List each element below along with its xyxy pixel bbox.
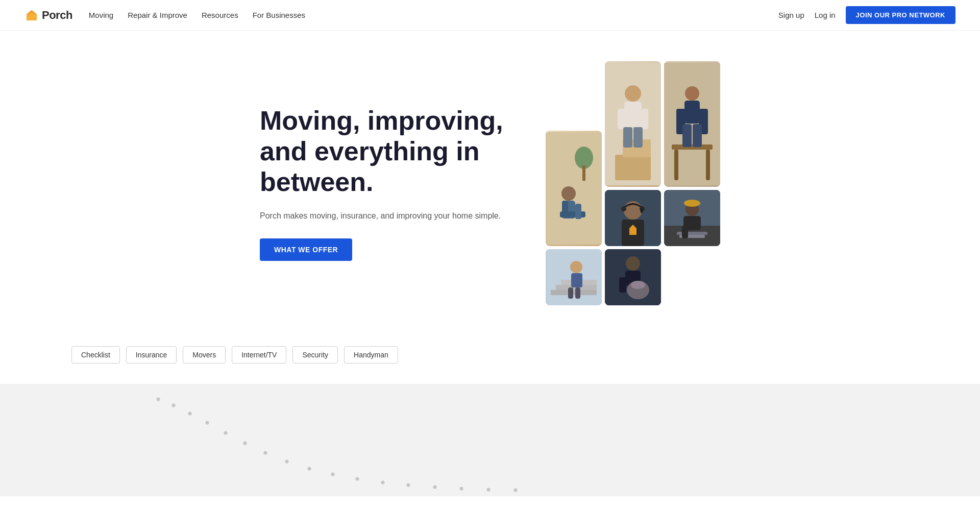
svg-point-69 <box>460 487 463 491</box>
tag-internet-tv[interactable]: Internet/TV <box>232 346 286 364</box>
svg-point-63 <box>308 467 311 471</box>
svg-rect-53 <box>677 232 707 235</box>
nav-link-repair[interactable]: Repair & Improve <box>128 11 187 19</box>
svg-rect-13 <box>571 273 582 287</box>
hero-content: Moving, improving, and everything in bet… <box>260 106 505 260</box>
hero-photo-3 <box>605 61 661 187</box>
svg-point-67 <box>407 484 410 487</box>
svg-rect-24 <box>633 127 643 148</box>
svg-point-65 <box>356 477 359 481</box>
hero-photo-2 <box>546 249 602 305</box>
svg-point-71 <box>514 489 518 492</box>
tag-security[interactable]: Security <box>292 346 338 364</box>
tag-handyman[interactable]: Handyman <box>344 346 398 364</box>
svg-point-57 <box>188 412 192 416</box>
login-button[interactable]: Log in <box>815 11 836 19</box>
hero-photo-1 <box>546 131 602 246</box>
navbar: Porch Moving Repair & Improve Resources … <box>0 0 980 31</box>
svg-rect-39 <box>674 150 678 180</box>
tags-section: Checklist Insurance Movers Internet/TV S… <box>0 336 980 384</box>
svg-point-55 <box>157 398 160 401</box>
join-pro-network-button[interactable]: JOIN OUR PRO NETWORK <box>846 6 955 24</box>
svg-point-60 <box>243 442 247 445</box>
svg-rect-34 <box>619 277 626 293</box>
svg-rect-7 <box>562 201 568 216</box>
hero-image-grid <box>546 61 720 305</box>
svg-rect-2 <box>582 165 585 181</box>
signup-button[interactable]: Sign up <box>778 11 804 19</box>
nav-link-businesses[interactable]: For Businesses <box>253 11 305 19</box>
svg-rect-40 <box>706 150 710 180</box>
svg-point-56 <box>172 404 176 407</box>
svg-rect-21 <box>618 109 625 129</box>
what-we-offer-button[interactable]: WHAT WE OFFER <box>260 238 352 261</box>
svg-point-59 <box>224 431 228 435</box>
nav-item-businesses[interactable]: For Businesses <box>253 11 305 20</box>
svg-rect-23 <box>623 127 632 148</box>
svg-point-51 <box>684 200 700 207</box>
svg-point-68 <box>433 486 437 489</box>
hero-subtitle: Porch makes moving, insurance, and impro… <box>260 210 505 222</box>
svg-point-64 <box>331 473 335 476</box>
svg-rect-22 <box>641 109 648 129</box>
svg-rect-37 <box>664 63 720 185</box>
hero-photo-7 <box>664 190 720 246</box>
hero-photo-6 <box>664 61 720 187</box>
hero-photo-5 <box>605 249 661 305</box>
svg-rect-45 <box>682 124 692 147</box>
nav-item-resources[interactable]: Resources <box>202 11 238 20</box>
svg-rect-54 <box>682 226 688 238</box>
svg-point-27 <box>621 206 626 211</box>
svg-rect-9 <box>551 290 597 295</box>
svg-point-36 <box>631 281 645 289</box>
curve-section <box>0 384 980 496</box>
svg-point-32 <box>626 256 640 271</box>
curve-dots-svg <box>0 384 980 496</box>
svg-rect-0 <box>546 132 602 245</box>
nav-item-repair[interactable]: Repair & Improve <box>128 11 187 20</box>
tags-row: Checklist Insurance Movers Internet/TV S… <box>71 346 909 364</box>
svg-rect-38 <box>672 144 713 150</box>
svg-point-66 <box>381 481 385 485</box>
tag-insurance[interactable]: Insurance <box>126 346 177 364</box>
hero-title: Moving, improving, and everything in bet… <box>260 106 505 197</box>
svg-point-19 <box>625 85 641 102</box>
nav-item-moving[interactable]: Moving <box>89 11 113 20</box>
tag-checklist[interactable]: Checklist <box>71 346 120 364</box>
tag-movers[interactable]: Movers <box>183 346 226 364</box>
svg-rect-29 <box>641 209 643 213</box>
svg-rect-17 <box>615 155 651 180</box>
hero-section: Moving, improving, and everything in bet… <box>0 31 980 336</box>
svg-rect-15 <box>575 287 580 299</box>
nav-link-moving[interactable]: Moving <box>89 11 113 19</box>
logo-text: Porch <box>42 9 72 22</box>
svg-point-58 <box>206 421 209 425</box>
svg-rect-6 <box>575 204 581 219</box>
nav-link-resources[interactable]: Resources <box>202 11 238 19</box>
svg-point-62 <box>285 460 289 464</box>
svg-rect-20 <box>624 102 642 127</box>
navbar-right: Sign up Log in JOIN OUR PRO NETWORK <box>778 6 955 24</box>
svg-rect-14 <box>568 287 573 299</box>
svg-point-61 <box>264 451 267 455</box>
navbar-left: Porch Moving Repair & Improve Resources … <box>24 8 305 22</box>
svg-point-3 <box>561 186 576 201</box>
nav-links: Moving Repair & Improve Resources For Bu… <box>89 11 305 20</box>
logo-link[interactable]: Porch <box>24 8 72 22</box>
svg-rect-46 <box>693 124 702 147</box>
hero-photo-4 <box>605 190 661 246</box>
svg-point-12 <box>570 261 582 273</box>
svg-point-41 <box>685 86 699 101</box>
logo-icon <box>24 8 39 22</box>
svg-point-70 <box>487 488 491 492</box>
svg-rect-42 <box>684 101 700 124</box>
